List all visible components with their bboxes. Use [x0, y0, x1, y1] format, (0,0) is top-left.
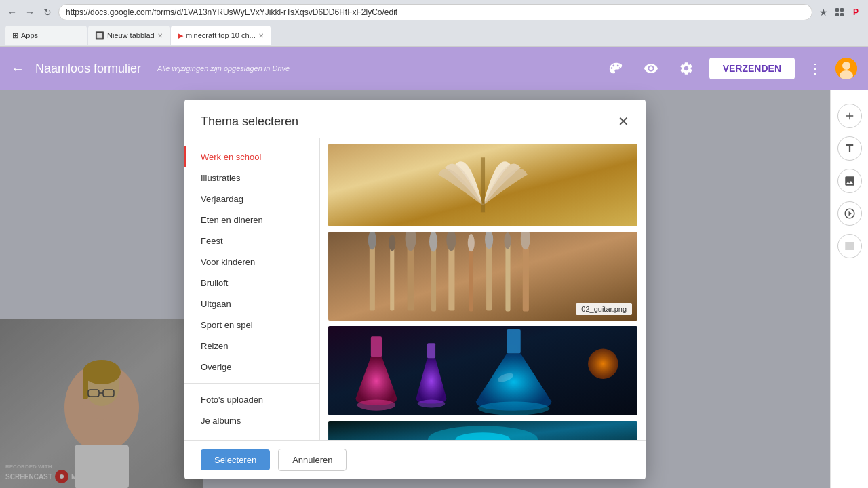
svg-rect-44: [427, 344, 435, 359]
theme-modal: Thema selecteren ✕ Werk en school Illust…: [184, 100, 646, 479]
form-title: Naamloos formulier: [35, 62, 141, 76]
modal-body: Werk en school Illustraties Verjaardag E…: [184, 138, 646, 440]
add-video-button[interactable]: [837, 201, 862, 226]
add-section-button[interactable]: [837, 234, 862, 258]
mc-tab-close[interactable]: ✕: [258, 32, 264, 39]
apps-favicon: ⊞: [12, 31, 18, 40]
minecraft-tab[interactable]: ▶ minecraft top 10 ch... ✕: [171, 26, 271, 45]
more-options-button[interactable]: ⋮: [808, 60, 822, 77]
palette-button[interactable]: [604, 56, 628, 81]
send-button[interactable]: VERZENDEN: [709, 58, 795, 79]
svg-point-34: [468, 234, 475, 251]
new-tab-close[interactable]: ✕: [157, 32, 163, 39]
category-item-kinderen[interactable]: Voor kinderen: [184, 251, 319, 272]
category-item-albums[interactable]: Je albums: [184, 410, 319, 431]
url-text: https://docs.google.com/forms/d/1VA13nYR…: [66, 7, 397, 17]
svg-rect-21: [481, 157, 485, 212]
modal-close-button[interactable]: ✕: [618, 113, 629, 129]
select-button[interactable]: Selecteren: [201, 449, 270, 470]
forms-back-button[interactable]: ←: [11, 61, 24, 77]
address-bar[interactable]: https://docs.google.com/forms/d/1VA13nYR…: [58, 4, 812, 20]
add-question-button[interactable]: [837, 104, 862, 128]
category-item-feest[interactable]: Feest: [184, 230, 319, 251]
category-item-bruiloft[interactable]: Bruiloft: [184, 272, 319, 293]
category-item-werk[interactable]: Werk en school: [184, 146, 319, 167]
svg-rect-42: [371, 337, 382, 357]
new-tab[interactable]: 🔲 Nieuw tabblad ✕: [88, 26, 170, 45]
settings-button[interactable]: [674, 56, 698, 81]
modal-header: Thema selecteren ✕: [184, 100, 646, 138]
theme-image-brushes[interactable]: 02_guitar.png: [328, 232, 637, 321]
svg-point-48: [588, 349, 618, 380]
side-toolbar: [830, 90, 868, 488]
category-item-overige[interactable]: Overige: [184, 357, 319, 378]
bookmark-icon[interactable]: ★: [816, 5, 830, 19]
modal-overlay: Thema selecteren ✕ Werk en school Illust…: [0, 90, 830, 488]
theme-image-book[interactable]: [328, 144, 637, 226]
back-button[interactable]: ←: [5, 5, 19, 19]
category-item-upload[interactable]: Foto's uploaden: [184, 389, 319, 410]
category-item-sport[interactable]: Sport en spel: [184, 314, 319, 336]
image-tooltip: 02_guitar.png: [576, 303, 632, 315]
svg-rect-3: [840, 13, 844, 16]
new-tab-label: Nieuw tabblad: [107, 31, 155, 39]
mc-tab-label: minecraft top 10 ch...: [186, 31, 256, 39]
svg-rect-46: [507, 329, 520, 353]
image-grid[interactable]: 02_guitar.png: [320, 138, 646, 440]
category-divider: [184, 383, 319, 384]
modal-footer: Selecteren Annuleren: [184, 440, 646, 479]
add-image-button[interactable]: [837, 169, 862, 193]
svg-point-45: [418, 400, 446, 408]
theme-image-partial[interactable]: [328, 421, 637, 440]
preview-button[interactable]: [639, 56, 663, 81]
forward-button[interactable]: →: [23, 5, 37, 19]
svg-rect-0: [835, 8, 839, 12]
svg-rect-1: [840, 8, 844, 12]
modal-title: Thema selecteren: [201, 115, 298, 129]
category-item-reizen[interactable]: Reizen: [184, 336, 319, 357]
category-item-verjaardag[interactable]: Verjaardag: [184, 188, 319, 209]
category-item-uitgaan[interactable]: Uitgaan: [184, 293, 319, 314]
theme-image-chemistry[interactable]: [328, 326, 637, 415]
svg-point-43: [357, 400, 396, 411]
apps-label: Apps: [21, 31, 38, 39]
pinterest-icon[interactable]: P: [849, 5, 863, 19]
svg-rect-2: [835, 13, 839, 16]
category-sidebar: Werk en school Illustraties Verjaardag E…: [184, 138, 320, 440]
svg-point-38: [504, 232, 511, 249]
main-area: RECORDED WITH SCREENCAST MATIC: [0, 90, 868, 488]
mc-favicon: ▶: [178, 31, 183, 40]
svg-point-26: [389, 235, 395, 251]
refresh-button[interactable]: ↻: [41, 5, 54, 19]
auto-save-text: Alle wijzigingen zijn opgeslagen in Driv…: [157, 64, 290, 73]
forms-header: ← Naamloos formulier Alle wijzigingen zi…: [0, 47, 868, 90]
category-item-eten[interactable]: Eten en dineren: [184, 209, 319, 230]
svg-point-30: [429, 232, 437, 251]
category-item-illustraties[interactable]: Illustraties: [184, 167, 319, 188]
cancel-button[interactable]: Annuleren: [278, 449, 347, 471]
extension-icon[interactable]: [833, 5, 846, 19]
svg-point-5: [842, 62, 850, 70]
new-tab-favicon: 🔲: [95, 31, 104, 40]
avatar[interactable]: [835, 58, 857, 79]
apps-tab[interactable]: ⊞ Apps: [5, 26, 87, 45]
svg-point-47: [478, 402, 549, 415]
add-title-button[interactable]: [837, 136, 862, 161]
